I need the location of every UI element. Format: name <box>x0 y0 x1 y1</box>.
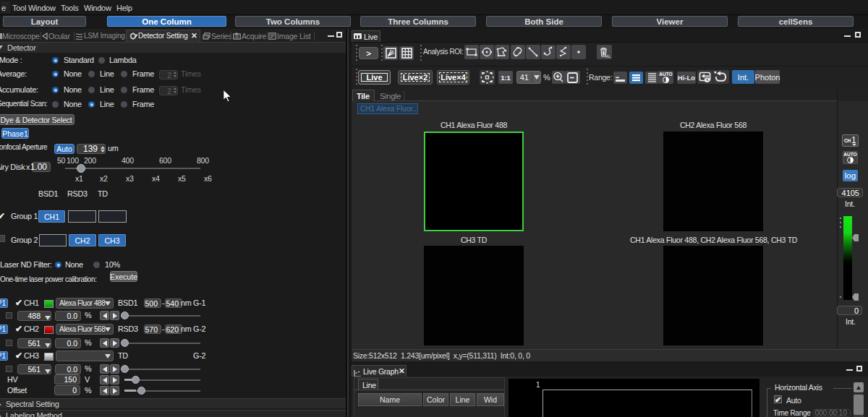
svg-text:ALL: ALL <box>606 54 611 59</box>
